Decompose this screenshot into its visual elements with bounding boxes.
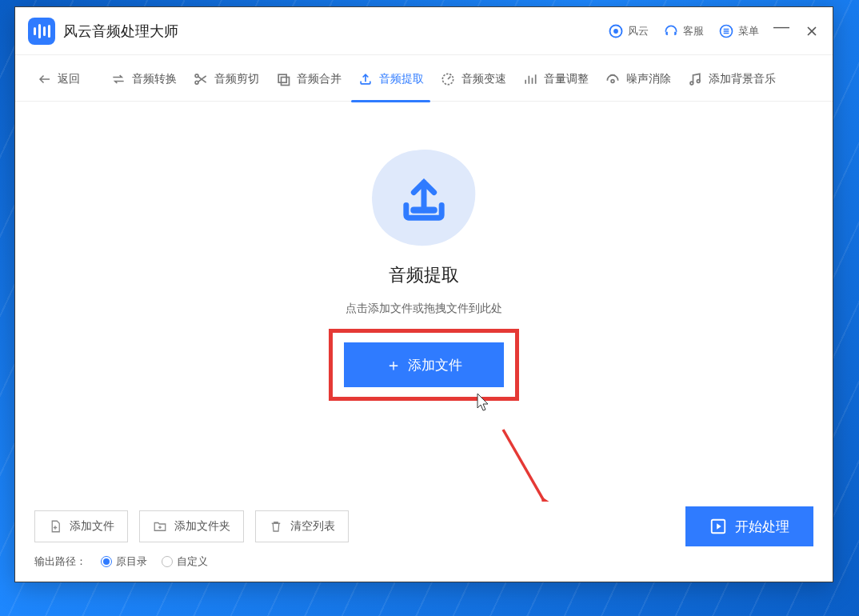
tab-label: 添加背景音乐 [709,72,776,86]
svg-rect-6 [282,77,290,85]
drop-subtitle: 点击添加文件或拖拽文件到此处 [346,302,502,316]
tab-speed[interactable]: 音频变速 [437,55,509,102]
support-link[interactable]: 客服 [663,23,704,39]
brand-label: 风云 [628,24,649,38]
highlight-box: ＋ 添加文件 [329,329,519,401]
convert-icon [110,71,126,87]
upload-large-icon [394,170,454,230]
radio-dot-icon [162,556,173,567]
minimize-button[interactable]: — [773,19,789,35]
scissors-icon [193,71,209,87]
tab-denoise[interactable]: 噪声消除 [601,55,674,102]
tab-merge[interactable]: 音频合并 [272,55,345,102]
equalizer-icon [522,71,538,87]
app-logo [28,18,55,45]
app-window: 风云音频处理大师 风云 客服 [14,6,833,582]
start-label: 开始处理 [735,518,789,536]
back-button[interactable]: 返回 [34,55,83,102]
bottom-row-buttons: 添加文件 添加文件夹 清空列表 开始处理 [34,506,813,546]
tab-label: 音频剪切 [214,72,259,86]
upload-icon [358,71,374,87]
merge-icon [275,71,291,87]
tab-label: 音频变速 [461,72,506,86]
radio-original-dir[interactable]: 原目录 [101,554,147,569]
svg-point-9 [690,82,693,85]
svg-point-1 [613,29,618,34]
svg-rect-5 [278,74,286,82]
app-logo-icon [34,24,50,38]
target-icon [608,23,624,39]
add-folder-label: 添加文件夹 [174,519,230,534]
tab-label: 噪声消除 [626,72,671,86]
speed-icon [440,71,456,87]
tab-bgm[interactable]: 添加背景音乐 [684,55,779,102]
drop-title: 音频提取 [389,263,459,287]
svg-point-10 [697,79,700,82]
menu-link[interactable]: 菜单 [718,23,759,39]
add-file-label: 添加文件 [70,519,114,534]
radio-custom-dir[interactable]: 自定义 [162,554,208,569]
svg-point-8 [611,79,614,82]
radio-original-label: 原目录 [116,554,147,569]
svg-line-11 [503,430,553,502]
denoise-icon [605,71,621,87]
menu-list-icon [718,23,734,39]
arrow-left-icon [38,72,52,86]
bottom-bar: 添加文件 添加文件夹 清空列表 开始处理 输 [15,498,833,582]
tab-convert[interactable]: 音频转换 [107,55,180,102]
radio-dot-icon [101,556,112,567]
tab-volume[interactable]: 音量调整 [519,55,592,102]
folder-plus-icon [153,519,167,534]
tab-cut[interactable]: 音频剪切 [190,55,262,102]
clear-list-button[interactable]: 清空列表 [255,510,349,542]
music-icon [687,71,703,87]
tab-label: 音频合并 [297,72,342,86]
add-folder-button[interactable]: 添加文件夹 [139,510,244,542]
add-file-button[interactable]: 添加文件 [34,510,128,542]
output-path-row: 输出路径： 原目录 自定义 [34,554,813,569]
toolbar-tabs: 返回 音频转换 音频剪切 音频合并 音频提取 [15,55,833,102]
menu-label: 菜单 [738,24,759,38]
start-button[interactable]: 开始处理 [685,506,813,546]
tab-label: 音频转换 [132,72,177,86]
main-area[interactable]: 音频提取 点击添加文件或拖拽文件到此处 ＋ 添加文件 [15,102,833,498]
play-box-icon [709,518,727,535]
close-button[interactable] [804,23,820,39]
app-title: 风云音频处理大师 [63,22,178,41]
brand-link[interactable]: 风云 [608,23,649,39]
tab-extract[interactable]: 音频提取 [354,55,427,102]
headset-icon [663,23,679,39]
radio-custom-label: 自定义 [177,554,208,569]
add-file-main-button[interactable]: ＋ 添加文件 [344,342,504,387]
back-label: 返回 [58,72,80,86]
add-file-main-label: 添加文件 [408,356,462,374]
tab-label: 音频提取 [379,72,424,86]
titlebar-right: 风云 客服 菜单 — [608,23,820,39]
support-label: 客服 [683,24,704,38]
trash-icon [269,519,283,534]
plus-icon: ＋ [386,354,402,376]
titlebar: 风云音频处理大师 风云 客服 [15,7,833,55]
upload-illustration [372,150,476,246]
clear-list-label: 清空列表 [290,519,335,534]
tab-label: 音量调整 [544,72,589,86]
file-plus-icon [48,519,62,534]
output-path-label: 输出路径： [34,554,86,569]
